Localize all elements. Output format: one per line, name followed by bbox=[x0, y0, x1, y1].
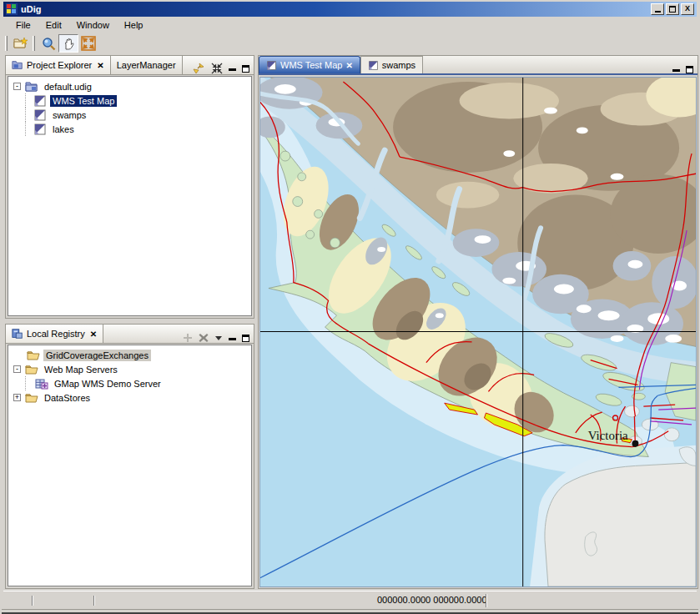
tree-row[interactable]: + DataStores bbox=[12, 390, 249, 405]
tree-item-wms-test-map[interactable]: WMS Test Map bbox=[50, 95, 117, 107]
coordinate-readout: 000000.0000 000000.0000 bbox=[377, 595, 487, 605]
status-separator bbox=[486, 594, 487, 607]
new-folder-icon bbox=[13, 37, 28, 50]
tab-label: WMS Test Map bbox=[280, 60, 342, 70]
tab-project-explorer[interactable]: Project Explorer ✕ bbox=[6, 56, 111, 74]
expander-icon[interactable]: + bbox=[13, 394, 21, 401]
minimize-icon[interactable] bbox=[229, 68, 236, 71]
window-title: uDig bbox=[21, 4, 41, 14]
tab-wms-test-map[interactable]: WMS Test Map ✕ bbox=[259, 56, 360, 73]
close-button[interactable]: X bbox=[681, 3, 694, 15]
tree-item-default-udig[interactable]: default.udig bbox=[42, 81, 94, 93]
maximize-icon bbox=[669, 6, 676, 13]
maximize-icon[interactable] bbox=[242, 65, 249, 73]
victoria-marker bbox=[632, 440, 638, 447]
local-registry-view: Local Registry ✕ bbox=[5, 324, 254, 589]
local-registry-content: GridCoverageExchanges - Web Map Servers bbox=[8, 345, 252, 586]
project-tree: - default.udig WMS Test Map bbox=[8, 77, 251, 136]
map-icon bbox=[33, 123, 47, 136]
project-explorer-toolbar bbox=[193, 63, 254, 74]
tab-label: LayerManager bbox=[117, 60, 176, 70]
view-menu-icon[interactable] bbox=[214, 335, 223, 341]
registry-tree: GridCoverageExchanges - Web Map Servers bbox=[8, 345, 251, 405]
zoom-extent-icon bbox=[81, 36, 96, 51]
tree-item-web-map-servers[interactable]: Web Map Servers bbox=[42, 364, 120, 375]
maximize-icon[interactable] bbox=[686, 66, 693, 73]
tree-row[interactable]: GMap WMS Demo Server bbox=[12, 376, 249, 390]
project-explorer-view: Project Explorer ✕ LayerManager bbox=[5, 55, 254, 319]
tree-row[interactable]: - Web Map Servers bbox=[12, 362, 249, 376]
minimize-button[interactable] bbox=[651, 3, 664, 15]
map-icon bbox=[266, 60, 277, 71]
menu-bar: File Edit Window Help bbox=[3, 17, 697, 33]
tab-close-icon[interactable]: ✕ bbox=[88, 330, 97, 339]
tree-row[interactable]: WMS Test Map bbox=[12, 93, 249, 108]
project-folder-icon bbox=[25, 80, 38, 93]
project-explorer-content: - default.udig WMS Test Map bbox=[8, 76, 252, 316]
project-explorer-icon bbox=[12, 59, 23, 71]
minimize-icon[interactable] bbox=[672, 69, 680, 72]
tree-item-swamps[interactable]: swamps bbox=[50, 109, 88, 121]
local-registry-toolbar bbox=[183, 333, 254, 343]
map-icon bbox=[33, 108, 47, 122]
tab-close-icon[interactable]: ✕ bbox=[95, 61, 103, 70]
menu-file[interactable]: File bbox=[8, 18, 38, 32]
tab-layer-manager[interactable]: LayerManager bbox=[111, 56, 183, 74]
tree-row[interactable]: lakes bbox=[12, 122, 249, 136]
tree-row[interactable]: - default.udig bbox=[12, 79, 249, 93]
toolbar-grip[interactable] bbox=[5, 36, 8, 51]
toolbar-separator bbox=[33, 36, 35, 51]
tab-local-registry[interactable]: Local Registry ✕ bbox=[6, 325, 103, 343]
tab-label: Local Registry bbox=[27, 329, 85, 339]
folder-icon bbox=[27, 349, 40, 362]
local-registry-icon bbox=[12, 328, 23, 340]
maximize-button[interactable] bbox=[666, 3, 679, 15]
menu-edit[interactable]: Edit bbox=[38, 18, 69, 32]
editor-area: WMS Test Map ✕ swamps bbox=[258, 55, 698, 589]
menu-window[interactable]: Window bbox=[69, 18, 117, 32]
collapse-all-icon[interactable] bbox=[211, 63, 223, 74]
folder-open-icon bbox=[25, 363, 38, 376]
map-canvas[interactable]: Victoria bbox=[259, 77, 697, 587]
expander-icon[interactable]: - bbox=[13, 83, 21, 90]
magnifier-icon bbox=[42, 37, 56, 51]
new-map-button[interactable] bbox=[11, 34, 31, 53]
editor-tabbar: WMS Test Map ✕ swamps bbox=[259, 56, 697, 75]
tree-item-datastores[interactable]: DataStores bbox=[42, 392, 93, 404]
menu-help[interactable]: Help bbox=[117, 18, 151, 32]
status-grip bbox=[32, 596, 33, 606]
tab-close-icon[interactable]: ✕ bbox=[345, 61, 352, 70]
application-window: uDig X File Edit Window Help bbox=[0, 0, 700, 614]
folder-icon bbox=[25, 391, 38, 405]
tree-row[interactable]: GridCoverageExchanges bbox=[12, 348, 249, 362]
link-editor-icon[interactable] bbox=[193, 63, 205, 74]
pan-tool-button[interactable] bbox=[58, 34, 78, 53]
tab-swamps[interactable]: swamps bbox=[360, 56, 423, 73]
maximize-icon[interactable] bbox=[242, 335, 249, 342]
tree-item-gmap-wms-demo-server[interactable]: GMap WMS Demo Server bbox=[52, 378, 164, 390]
map-icon bbox=[33, 94, 47, 108]
expander-icon[interactable]: - bbox=[13, 365, 21, 373]
project-explorer-tabbar: Project Explorer ✕ LayerManager bbox=[6, 56, 254, 75]
wms-server-icon bbox=[35, 377, 48, 390]
tree-item-lakes[interactable]: lakes bbox=[50, 123, 77, 135]
hand-icon bbox=[62, 37, 76, 51]
local-registry-tabbar: Local Registry ✕ bbox=[6, 325, 254, 344]
udig-logo-icon bbox=[6, 3, 18, 15]
map-icon bbox=[368, 60, 379, 71]
editor-tab-controls bbox=[672, 66, 697, 73]
zoom-tool-button[interactable] bbox=[38, 34, 58, 53]
window-bottom-frame bbox=[2, 609, 698, 614]
minimize-icon[interactable] bbox=[229, 338, 236, 340]
remove-icon[interactable] bbox=[199, 333, 209, 343]
victoria-label: Victoria bbox=[588, 429, 628, 442]
tab-label: Project Explorer bbox=[27, 60, 92, 70]
status-grip bbox=[93, 596, 95, 606]
main-toolbar bbox=[3, 33, 697, 53]
tree-row[interactable]: swamps bbox=[12, 108, 249, 122]
tab-label: swamps bbox=[382, 60, 415, 70]
title-bar[interactable]: uDig X bbox=[3, 2, 697, 17]
tree-item-gridcoverageexchanges[interactable]: GridCoverageExchanges bbox=[43, 350, 151, 361]
zoom-extent-button[interactable] bbox=[78, 34, 98, 53]
add-icon[interactable] bbox=[183, 333, 193, 343]
